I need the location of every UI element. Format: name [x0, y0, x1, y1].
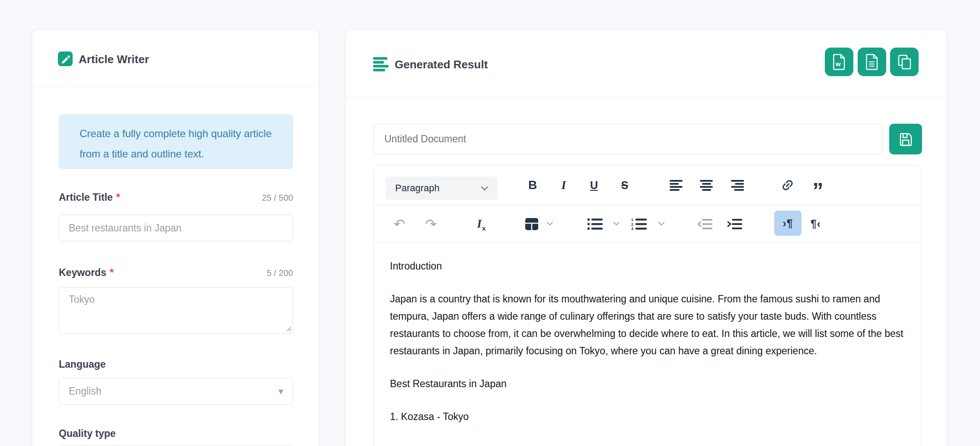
language-value: English [69, 385, 101, 397]
save-icon [897, 131, 914, 148]
toolbar-row-1: Paragraph B I U S [374, 165, 921, 205]
article-title-counter: 25 / 500 [262, 193, 293, 203]
required-asterisk: * [116, 192, 120, 203]
save-document-button[interactable] [889, 124, 922, 154]
align-right-button[interactable] [728, 165, 747, 205]
language-select[interactable]: English ▾ [59, 378, 293, 405]
paragraph-style-dropdown[interactable]: Paragraph [386, 176, 498, 200]
panel-title: Article Writer [79, 53, 149, 66]
panel-header: Article Writer [32, 29, 319, 87]
strikethrough-button[interactable]: S [615, 165, 634, 205]
editor-content[interactable]: Introduction Japan is a country that is … [374, 243, 921, 446]
keywords-label: Keywords* [59, 267, 114, 279]
rtl-paragraph-button[interactable]: ›¶ [774, 211, 801, 236]
numbered-list-icon: 1 2 3 [631, 218, 647, 231]
content-heading: Introduction [390, 257, 905, 275]
link-icon [780, 177, 795, 193]
quality-type-label-row: Quality type [59, 428, 293, 440]
align-center-button[interactable] [697, 165, 716, 205]
toolbar-row-2: ↶ ↷ Ix [374, 205, 921, 243]
text-file-icon [864, 53, 880, 71]
language-label: Language [59, 359, 106, 370]
keywords-textarea[interactable]: Tokyo [59, 287, 293, 334]
italic-button[interactable]: I [554, 165, 573, 205]
export-word-button[interactable]: w [825, 48, 853, 76]
indent-icon [727, 218, 742, 230]
rtl-paragraph-icon: ›¶ [782, 217, 793, 230]
clear-formatting-button[interactable]: Ix [472, 205, 491, 242]
article-title-label-row: Article Title* 25 / 500 [59, 192, 293, 203]
copy-icon [896, 53, 913, 71]
chevron-down-icon: ▾ [278, 386, 283, 397]
outdent-icon [697, 218, 712, 230]
tool-description: Create a fully complete high quality art… [59, 114, 293, 169]
required-asterisk: * [110, 267, 114, 278]
align-right-icon [730, 180, 744, 191]
article-title-label: Article Title* [59, 192, 120, 203]
insert-table-button[interactable] [522, 205, 541, 242]
align-left-lines-icon [373, 57, 389, 71]
bold-button[interactable]: B [523, 165, 542, 205]
table-chevron-icon[interactable] [544, 205, 555, 242]
align-left-button[interactable] [667, 165, 686, 205]
bulleted-list-button[interactable] [585, 205, 604, 242]
result-title: Generated Result [395, 58, 488, 71]
word-file-icon: w [831, 53, 847, 71]
chevron-down-icon [481, 186, 488, 191]
rich-text-editor: Paragraph B I U S [373, 165, 921, 446]
article-writer-panel: Article Writer Create a fully complete h… [32, 29, 319, 446]
content-list-item: 1. Kozasa - Tokyo [390, 408, 905, 425]
generated-result-panel: Generated Result w [345, 29, 947, 446]
svg-text:1: 1 [631, 218, 633, 222]
numbered-list-button[interactable]: 1 2 3 [629, 205, 648, 242]
bulleted-list-chevron-icon[interactable] [611, 205, 622, 242]
align-left-icon [670, 180, 683, 191]
underline-button[interactable]: U [584, 165, 603, 205]
blockquote-button[interactable]: ” [808, 165, 827, 205]
content-paragraph: Japan is a country that is known for its… [390, 290, 905, 359]
result-header: Generated Result w [346, 29, 947, 97]
align-center-icon [700, 180, 714, 191]
indent-button[interactable] [725, 205, 744, 242]
pencil-icon [58, 51, 73, 66]
ltr-paragraph-button[interactable]: ¶‹ [806, 205, 825, 242]
keywords-counter: 5 / 200 [267, 268, 293, 278]
document-title-input[interactable] [373, 124, 882, 154]
svg-text:3: 3 [631, 227, 633, 231]
outdent-button[interactable] [695, 205, 714, 242]
svg-text:2: 2 [631, 222, 633, 226]
export-text-button[interactable] [858, 48, 886, 76]
bulleted-list-icon [587, 218, 603, 231]
link-button[interactable] [778, 165, 797, 205]
language-label-row: Language [59, 359, 293, 370]
table-icon [525, 218, 539, 231]
quality-type-label: Quality type [59, 428, 116, 440]
keywords-label-row: Keywords* 5 / 200 [59, 267, 293, 279]
content-subheading: Best Restaurants in Japan [390, 375, 905, 392]
svg-text:w: w [835, 60, 841, 67]
redo-button[interactable]: ↷ [421, 205, 441, 242]
undo-button[interactable]: ↶ [390, 205, 409, 242]
article-title-input[interactable] [59, 215, 293, 241]
numbered-list-chevron-icon[interactable] [656, 205, 667, 242]
copy-button[interactable] [890, 48, 919, 76]
